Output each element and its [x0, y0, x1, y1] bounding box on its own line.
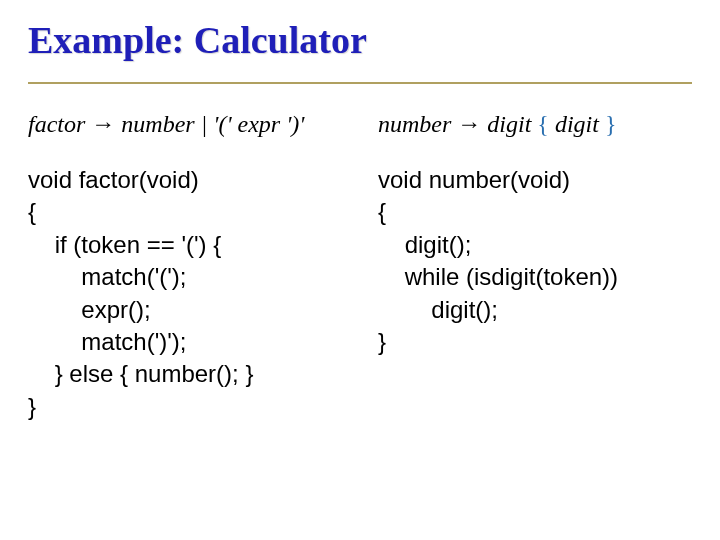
grammar-rhs-pre: digit	[487, 111, 531, 137]
grammar-close-brace: }	[605, 111, 617, 137]
title-underline	[28, 82, 692, 84]
grammar-lhs: factor	[28, 111, 85, 137]
right-column: number → digit { digit } void number(voi…	[378, 110, 692, 423]
arrow-icon: →	[457, 110, 481, 137]
grammar-rhs-mid: digit	[555, 111, 599, 137]
arrow-icon: →	[91, 110, 115, 137]
code-number: void number(void) { digit(); while (isdi…	[378, 164, 692, 358]
grammar-rhs: number | '(' expr ')'	[121, 111, 304, 137]
grammar-rule-factor: factor → number | '(' expr ')'	[28, 110, 342, 138]
grammar-open-brace: {	[537, 111, 549, 137]
slide-title: Example: Calculator	[28, 18, 692, 72]
left-column: factor → number | '(' expr ')' void fact…	[28, 110, 342, 423]
content-columns: factor → number | '(' expr ')' void fact…	[28, 110, 692, 423]
grammar-lhs: number	[378, 111, 451, 137]
grammar-rule-number: number → digit { digit }	[378, 110, 692, 138]
code-factor: void factor(void) { if (token == '(') { …	[28, 164, 342, 423]
